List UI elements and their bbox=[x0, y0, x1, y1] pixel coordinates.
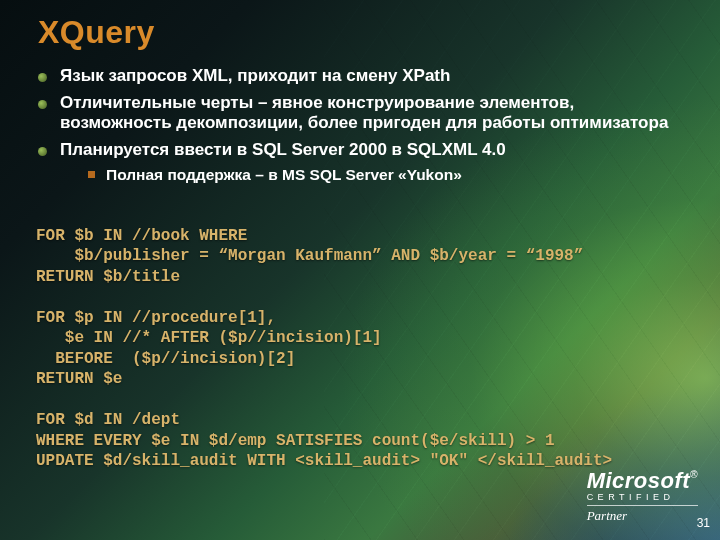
bullet-item: Язык запросов XML, приходит на смену XPa… bbox=[38, 66, 690, 87]
microsoft-logo: Microsoft® CERTIFIED Partner bbox=[587, 470, 698, 524]
logo-divider bbox=[587, 505, 698, 506]
bullet-item: Планируется ввести в SQL Server 2000 в S… bbox=[38, 140, 690, 184]
slide: XQuery Язык запросов XML, приходит на см… bbox=[0, 0, 720, 540]
logo-certified: CERTIFIED bbox=[587, 493, 698, 503]
bullet-list: Язык запросов XML, приходит на смену XPa… bbox=[38, 66, 690, 184]
sub-bullet-item: Полная поддержка – в MS SQL Server «Yuko… bbox=[60, 165, 690, 184]
bullet-text: Планируется ввести в SQL Server 2000 в S… bbox=[60, 140, 506, 159]
logo-partner: Partner bbox=[587, 508, 698, 524]
sub-bullet-list: Полная поддержка – в MS SQL Server «Yuko… bbox=[60, 165, 690, 184]
bullet-item: Отличительные черты – явное конструирова… bbox=[38, 93, 690, 134]
content-area: Язык запросов XML, приходит на смену XPa… bbox=[38, 66, 690, 190]
page-number: 31 bbox=[697, 516, 710, 530]
logo-brand-text: Microsoft bbox=[587, 468, 691, 493]
slide-title: XQuery bbox=[38, 14, 155, 51]
logo-brand: Microsoft® bbox=[587, 470, 698, 492]
code-block: FOR $b IN //book WHERE $b/publisher = “M… bbox=[36, 226, 700, 472]
